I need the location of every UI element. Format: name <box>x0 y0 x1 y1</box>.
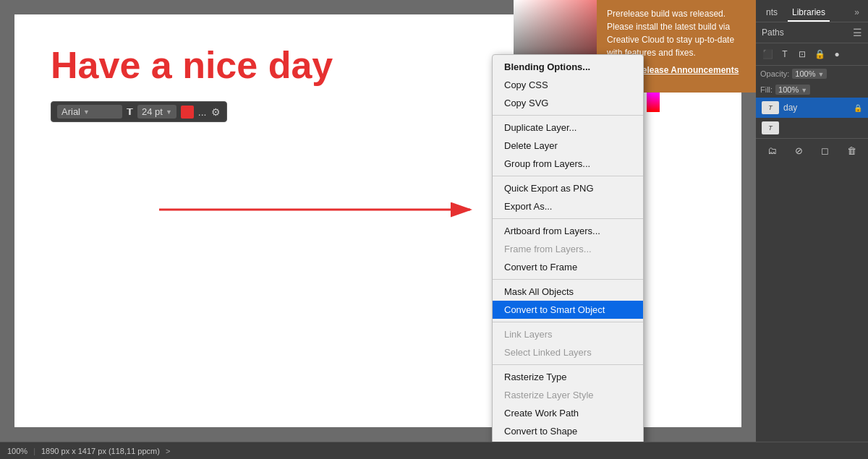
layer-name-day: day <box>783 103 849 113</box>
separator-6 <box>493 364 643 365</box>
font-name-selector[interactable]: Arial ▼ <box>57 105 122 119</box>
menu-item-convert-to-shape[interactable]: Convert to Shape <box>493 422 643 440</box>
fill-label: Fill: <box>760 85 773 94</box>
fill-arrow: ▼ <box>801 87 807 94</box>
notification-text: Prerelease build was released. Please in… <box>607 7 746 59</box>
menu-item-delete-layer[interactable]: Delete Layer <box>493 137 643 155</box>
text-icon[interactable]: T <box>778 47 792 61</box>
font-size-selector[interactable]: 24 pt ▼ <box>137 105 176 119</box>
adjustment-icon[interactable]: ⊘ <box>791 143 806 158</box>
menu-item-convert-to-frame[interactable]: Convert to Frame <box>493 258 643 276</box>
status-nav-arrow[interactable]: > <box>166 447 170 455</box>
paths-panel-header: Paths ☰ <box>756 22 868 43</box>
font-size-chevron: ▼ <box>166 108 172 116</box>
menu-item-copy-svg[interactable]: Copy SVG <box>493 94 643 112</box>
right-panel: nts Libraries » Paths ☰ ⬛ T ⊡ 🔒 ● Opacit… <box>756 0 868 442</box>
menu-item-link-layers: Link Layers <box>493 325 643 343</box>
separator-1 <box>493 115 643 116</box>
separator-3 <box>493 218 643 219</box>
menu-item-rasterize-layer-style: Rasterize Layer Style <box>493 386 643 404</box>
fill-row: Fill: 100% ▼ <box>756 82 868 98</box>
paths-menu-icon[interactable]: ☰ <box>853 27 862 38</box>
menu-item-create-work-path[interactable]: Create Work Path <box>493 404 643 422</box>
status-bar: 100% | 1890 px x 1417 px (118,11 ppcm) > <box>0 442 868 459</box>
opacity-value[interactable]: 100% ▼ <box>792 69 827 79</box>
menu-item-export-as[interactable]: Export As... <box>493 197 643 215</box>
layer-item-day[interactable]: T day 🔒 <box>756 98 868 118</box>
arrow-annotation <box>159 181 485 241</box>
opacity-row: Opacity: 100% ▼ <box>756 66 868 82</box>
canvas-area: Prerelease build was released. Please in… <box>0 0 756 442</box>
color-swatch[interactable] <box>181 106 194 119</box>
menu-item-group-from-layers[interactable]: Group from Layers... <box>493 155 643 173</box>
zoom-level: 100% <box>7 447 27 455</box>
context-menu: Blending Options... Copy CSS Copy SVG Du… <box>492 54 644 442</box>
opacity-value-text: 100% <box>795 69 815 78</box>
lock-icon[interactable]: 🔒 <box>812 47 827 61</box>
fill-value[interactable]: 100% ▼ <box>775 85 810 95</box>
menu-item-artboard-from-layers[interactable]: Artboard from Layers... <box>493 222 643 240</box>
menu-item-frame-from-layers: Frame from Layers... <box>493 240 643 258</box>
panel-tab-arrow[interactable]: » <box>851 4 862 22</box>
menu-item-duplicate-layer[interactable]: Duplicate Layer... <box>493 119 643 137</box>
opacity-label: Opacity: <box>760 69 789 78</box>
more-options-dots[interactable]: ... <box>198 106 207 118</box>
opacity-arrow: ▼ <box>818 71 825 78</box>
app-container: Prerelease build was released. Please in… <box>0 0 868 442</box>
separator-5 <box>493 322 643 322</box>
panel-tabs: nts Libraries » <box>756 0 868 22</box>
mask-icon[interactable]: ◻ <box>818 143 833 158</box>
font-size-label: 24 pt <box>142 106 163 117</box>
text-size-icon: 𝗧 <box>127 106 133 117</box>
icon-row: ⬛ T ⊡ 🔒 ● <box>756 43 868 66</box>
tab-libraries[interactable]: Libraries <box>788 4 830 22</box>
panel-bottom: 🗂 ⊘ ◻ 🗑 <box>756 138 868 162</box>
menu-item-rasterize-type[interactable]: Rasterize Type <box>493 368 643 386</box>
separator-4 <box>493 279 643 280</box>
layer-thumb-day: T <box>762 101 779 114</box>
pixel-icon[interactable]: ⬛ <box>760 47 775 61</box>
layer-lock-day: 🔒 <box>854 104 862 112</box>
menu-item-copy-css[interactable]: Copy CSS <box>493 76 643 94</box>
delete-layer-icon[interactable]: 🗑 <box>845 143 859 158</box>
sliders-icon[interactable]: ⚙ <box>211 106 221 118</box>
canvas-main-text: Have a nice day <box>51 43 333 87</box>
paths-title: Paths <box>762 27 784 38</box>
fill-value-text: 100% <box>778 85 799 94</box>
text-toolbar: Arial ▼ 𝗧 24 pt ▼ ... ⚙ <box>51 101 227 122</box>
menu-item-convert-smart-object[interactable]: Convert to Smart Object <box>493 301 643 319</box>
font-name-label: Arial <box>61 106 80 117</box>
status-separator-1: | <box>33 447 35 455</box>
new-group-icon[interactable]: 🗂 <box>765 143 779 158</box>
menu-item-mask-all-objects[interactable]: Mask All Objects <box>493 283 643 301</box>
circle-icon[interactable]: ● <box>830 47 844 61</box>
separator-2 <box>493 176 643 176</box>
canvas-dimensions: 1890 px x 1417 px (118,11 ppcm) <box>41 447 160 455</box>
tab-adjustments[interactable]: nts <box>762 4 782 22</box>
layer-item-empty[interactable]: T <box>756 118 868 138</box>
menu-item-select-linked-layers: Select Linked Layers <box>493 343 643 361</box>
font-name-chevron: ▼ <box>83 108 90 116</box>
transform-icon[interactable]: ⊡ <box>795 47 809 61</box>
menu-item-quick-export-png[interactable]: Quick Export as PNG <box>493 179 643 197</box>
layer-thumb-empty: T <box>762 121 779 134</box>
menu-item-blending-options[interactable]: Blending Options... <box>493 58 643 76</box>
